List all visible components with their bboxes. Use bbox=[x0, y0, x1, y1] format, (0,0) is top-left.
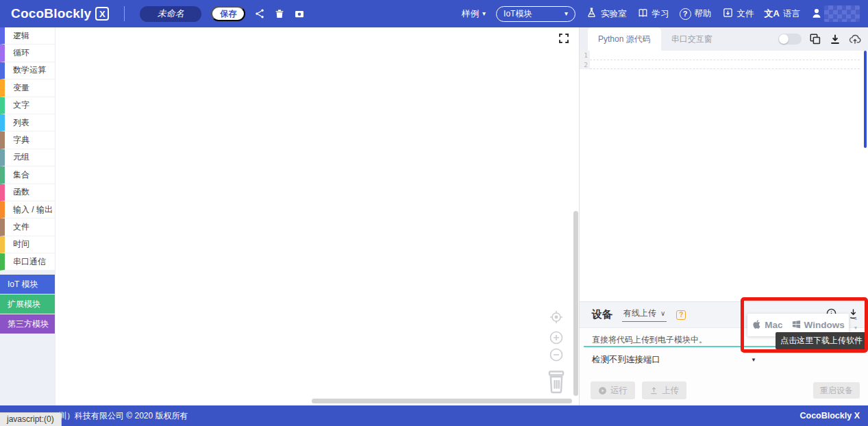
category-label: 变量 bbox=[13, 82, 29, 94]
examples-dropdown[interactable]: 样例 ▾ bbox=[462, 8, 486, 20]
module-label: IoT 模块 bbox=[8, 279, 38, 290]
examples-label: 样例 bbox=[462, 8, 479, 20]
fullscreen-icon[interactable] bbox=[558, 32, 570, 45]
horizontal-scrollbar[interactable] bbox=[312, 399, 572, 403]
sidebar-item-thirdparty-module[interactable]: 第三方模块 bbox=[0, 314, 55, 334]
category-label: 串口通信 bbox=[13, 256, 46, 268]
python-code-editor[interactable]: 1 2 bbox=[580, 51, 868, 301]
download-tooltip: 点击这里下载上传软件 bbox=[776, 332, 867, 349]
file-import-icon bbox=[722, 7, 734, 21]
book-icon bbox=[637, 7, 649, 21]
upload-help-icon[interactable]: ? bbox=[676, 310, 686, 320]
category-label: 逻辑 bbox=[13, 30, 29, 42]
category-label: 集合 bbox=[13, 169, 29, 181]
download-code-icon[interactable] bbox=[829, 33, 841, 45]
nav-lab[interactable]: 实验室 bbox=[586, 7, 627, 21]
tab-serial-monitor[interactable]: 串口交互窗 bbox=[661, 27, 723, 51]
code-line-empty bbox=[590, 51, 860, 60]
footer-bar: 圳）科技有限公司 © 2020 版权所有 CocoBlockly X bbox=[0, 405, 868, 426]
run-button[interactable]: 运行 bbox=[591, 381, 635, 399]
run-label: 运行 bbox=[610, 385, 628, 397]
center-workspace-icon[interactable] bbox=[548, 309, 565, 325]
port-status-text: 检测不到连接端口 bbox=[592, 354, 660, 366]
zoom-in-icon[interactable] bbox=[548, 329, 565, 346]
category-label: 文件 bbox=[13, 221, 29, 233]
copy-code-icon[interactable] bbox=[809, 33, 821, 45]
category-label: 数学运算 bbox=[13, 64, 46, 76]
delete-icon[interactable] bbox=[273, 8, 285, 20]
nav-file-label: 文件 bbox=[737, 8, 754, 20]
select-caret-icon: ▼ bbox=[751, 357, 756, 363]
popup-mini-scrollbar[interactable]: ▲ ▼ bbox=[852, 316, 859, 330]
blockly-workspace[interactable] bbox=[55, 27, 579, 405]
sidebar-item-time[interactable]: 时间 bbox=[0, 236, 55, 253]
nav-help-label: 帮助 bbox=[695, 8, 712, 20]
category-label: 函数 bbox=[13, 186, 29, 198]
project-name-pill[interactable]: 未命名 bbox=[140, 6, 201, 22]
tab-python-source[interactable]: Python 源代码 bbox=[588, 27, 661, 51]
sidebar-item-io[interactable]: 输入 / 输出 bbox=[0, 201, 55, 218]
restart-device-button[interactable]: 重启设备 bbox=[813, 382, 860, 399]
sidebar-item-logic[interactable]: 逻辑 bbox=[0, 27, 55, 45]
scroll-up-arrow: ▲ bbox=[854, 316, 858, 321]
footer-brand: CocoBlockly X bbox=[799, 411, 860, 421]
brand-name: CocoBlockly bbox=[11, 6, 91, 21]
share-icon[interactable] bbox=[253, 8, 265, 20]
category-label: 元组 bbox=[13, 151, 29, 163]
upload-button[interactable]: 上传 bbox=[642, 381, 686, 399]
help-glyph: ? bbox=[679, 311, 683, 318]
sidebar-item-function[interactable]: 函数 bbox=[0, 184, 55, 201]
download-mac-button[interactable]: Mac bbox=[752, 319, 782, 331]
nav-language[interactable]: 文A 语言 bbox=[765, 8, 800, 20]
sidebar-item-extension-module[interactable]: 扩展模块 bbox=[0, 295, 55, 314]
sidebar-item-math[interactable]: 数学运算 bbox=[0, 62, 55, 79]
category-label: 输入 / 输出 bbox=[13, 204, 53, 216]
code-scrollbar[interactable] bbox=[864, 51, 867, 148]
sidebar-item-tuple[interactable]: 元组 bbox=[0, 149, 55, 166]
device-panel: 设备 有线上传 ∨ ? bbox=[580, 301, 868, 405]
flask-icon bbox=[586, 7, 597, 21]
code-panel: Python 源代码 串口交互窗 1 bbox=[579, 27, 868, 405]
sidebar-item-dictionary[interactable]: 字典 bbox=[0, 131, 55, 149]
category-label: 文字 bbox=[13, 99, 29, 111]
sidebar-item-serial[interactable]: 串口通信 bbox=[0, 253, 55, 271]
user-account[interactable] bbox=[810, 5, 860, 22]
save-button[interactable]: 保存 bbox=[211, 6, 245, 21]
trash-icon[interactable] bbox=[546, 370, 567, 394]
sidebar-item-iot-module[interactable]: IoT 模块 bbox=[0, 275, 55, 294]
scroll-down-arrow: ▼ bbox=[854, 325, 858, 330]
category-label: 时间 bbox=[13, 238, 29, 250]
device-title: 设备 bbox=[592, 308, 612, 321]
brand-badge: X bbox=[95, 7, 109, 21]
code-line-empty bbox=[590, 60, 860, 70]
language-icon: 文A bbox=[765, 8, 780, 20]
download-windows-button[interactable]: Windows bbox=[791, 319, 845, 331]
module-selector-dropdown[interactable]: IoT模块 ▾ bbox=[496, 6, 575, 22]
port-select-dropdown[interactable]: 检测不到连接端口 ▼ bbox=[592, 354, 756, 366]
play-icon bbox=[598, 386, 607, 395]
copyright-text: 圳）科技有限公司 © 2020 版权所有 bbox=[58, 410, 188, 422]
sidebar-item-file[interactable]: 文件 bbox=[0, 218, 55, 236]
code-line-row: 2 bbox=[580, 60, 868, 70]
screenshot-camera-icon[interactable] bbox=[293, 8, 305, 20]
sidebar-item-loop[interactable]: 循环 bbox=[0, 45, 55, 62]
sidebar-item-list[interactable]: 列表 bbox=[0, 114, 55, 131]
code-sync-toggle[interactable] bbox=[778, 34, 802, 45]
cloud-upload-icon[interactable] bbox=[849, 33, 861, 45]
sidebar-item-set[interactable]: 集合 bbox=[0, 166, 55, 184]
windows-icon bbox=[791, 319, 802, 331]
nav-learn[interactable]: 学习 bbox=[637, 7, 669, 21]
sidebar-item-variables[interactable]: 变量 bbox=[0, 79, 55, 97]
nav-file[interactable]: 文件 bbox=[722, 7, 754, 21]
category-label: 字典 bbox=[13, 134, 29, 146]
module-label: 第三方模块 bbox=[8, 318, 49, 330]
zoom-out-icon[interactable] bbox=[548, 347, 565, 363]
code-line-row: 1 bbox=[580, 51, 868, 60]
upload-icon bbox=[649, 386, 658, 395]
nav-help[interactable]: ? 帮助 bbox=[680, 8, 712, 20]
upload-mode-dropdown[interactable]: 有线上传 ∨ bbox=[622, 308, 667, 322]
vertical-scrollbar[interactable] bbox=[573, 211, 578, 396]
header-divider bbox=[124, 6, 125, 21]
nav-learn-label: 学习 bbox=[652, 8, 669, 20]
sidebar-item-text[interactable]: 文字 bbox=[0, 97, 55, 114]
